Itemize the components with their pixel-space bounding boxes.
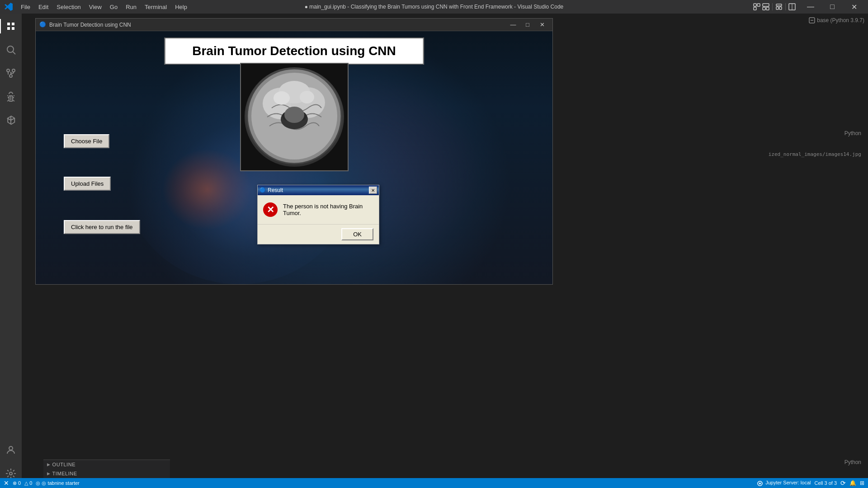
tkinter-titlebar: 🔵 Brain Tumor Detection using CNN — □ ✕ — [36, 19, 552, 31]
tabnine-icon: ◎ — [36, 480, 40, 486]
statusbar-left: ✕ ⊗ 0 △ 0 ◎ ◎ tabnine starter — [4, 479, 80, 487]
python-label-top: Python — [844, 130, 861, 136]
svg-point-18 — [9, 472, 12, 475]
base-python-indicator: base (Python 3.9.7) — [809, 17, 864, 23]
tkinter-controls: — □ ✕ — [506, 20, 549, 30]
tkinter-title-icon: 🔵 — [39, 21, 47, 28]
tkinter-window: 🔵 Brain Tumor Detection using CNN — □ ✕ — [35, 18, 553, 285]
status-errors[interactable]: ⊗ 0 — [13, 480, 21, 486]
menu-run[interactable]: Run — [122, 2, 140, 12]
outline-chevron: ▶ — [47, 462, 51, 467]
vscode-layout: 🔵 Brain Tumor Detection using CNN — □ ✕ — [0, 14, 868, 488]
timeline-chevron: ▶ — [47, 471, 51, 476]
layout-icon[interactable]: ⊞ — [860, 480, 864, 486]
svg-rect-3 — [763, 4, 769, 6]
status-tabnine[interactable]: ◎ ◎ tabnine starter — [36, 480, 79, 486]
python-label-bottom: Python — [844, 459, 861, 465]
window-title: ● main_gui.ipynb - Classifying the Brain… — [305, 4, 564, 10]
dialog-overlay: 🔵 Result ✕ ✕ The person is not having Br… — [36, 31, 552, 284]
dialog-close-button[interactable]: ✕ — [369, 187, 377, 194]
menu-go[interactable]: Go — [106, 2, 121, 12]
activity-explorer[interactable] — [0, 15, 22, 37]
svg-point-11 — [7, 46, 14, 52]
svg-point-15 — [9, 75, 12, 77]
path-label: ized_normal_images/images14.jpg — [769, 151, 861, 157]
maximize-button[interactable]: □ — [822, 0, 843, 14]
svg-rect-8 — [779, 7, 782, 9]
dialog-error-icon: ✕ — [263, 202, 278, 217]
menu-help[interactable]: Help — [171, 2, 191, 12]
status-cell-info: Cell 3 of 3 — [814, 480, 837, 486]
base-python-text: base (Python 3.9.7) — [817, 17, 864, 23]
minimize-button[interactable]: — — [800, 0, 821, 14]
activity-extensions[interactable] — [0, 109, 22, 131]
close-button[interactable]: ✕ — [844, 0, 864, 14]
svg-rect-1 — [757, 4, 760, 6]
activity-search[interactable] — [0, 39, 22, 61]
dialog-titlebar: 🔵 Result ✕ — [258, 185, 379, 195]
status-vscode-icon: ✕ — [4, 479, 9, 487]
activity-source-control[interactable] — [0, 62, 22, 84]
svg-line-12 — [13, 52, 16, 55]
timeline-panel-header[interactable]: ▶ TIMELINE — [43, 469, 170, 478]
dialog-footer: OK — [258, 224, 379, 244]
svg-rect-0 — [754, 4, 756, 6]
svg-point-14 — [12, 69, 15, 72]
app-content: Brain Tumor Detection using CNN — [36, 31, 552, 284]
tkinter-title-text: Brain Tumor Detection using CNN — [49, 22, 506, 28]
statusbar-right: Jupyter Server: local Cell 3 of 3 ⟳ 🔔 ⊞ — [757, 479, 864, 487]
dialog-message: The person is not having Brain Tumor. — [283, 203, 373, 216]
dialog-title: Result — [268, 187, 367, 193]
timeline-label: TIMELINE — [52, 471, 77, 476]
outline-panel-header[interactable]: ▶ OUTLINE — [43, 460, 170, 469]
status-jupyter[interactable]: Jupyter Server: local — [757, 480, 811, 486]
dialog-title-icon: 🔵 — [259, 187, 266, 193]
svg-rect-7 — [776, 7, 778, 9]
dialog-ok-button[interactable]: OK — [341, 228, 373, 240]
menu-terminal[interactable]: Terminal — [141, 2, 170, 12]
activity-account[interactable] — [0, 439, 22, 461]
menu-view[interactable]: View — [85, 2, 105, 12]
svg-point-17 — [9, 446, 13, 450]
menu-file[interactable]: File — [17, 2, 34, 12]
svg-rect-2 — [754, 7, 756, 10]
menu-edit[interactable]: Edit — [35, 2, 52, 12]
bell-icon[interactable]: 🔔 — [849, 480, 856, 486]
vscode-icon — [4, 2, 14, 12]
status-warnings[interactable]: △ 0 — [24, 480, 32, 486]
sidebar-panels: ▶ OUTLINE ▶ TIMELINE — [43, 460, 170, 478]
activity-bar — [0, 14, 22, 488]
title-controls: — □ ✕ — [753, 0, 864, 14]
svg-point-34 — [759, 483, 761, 484]
result-dialog: 🔵 Result ✕ ✕ The person is not having Br… — [257, 185, 379, 244]
sync-icon[interactable]: ⟳ — [840, 479, 846, 487]
svg-point-13 — [7, 69, 9, 72]
svg-rect-5 — [766, 7, 769, 10]
outline-label: OUTLINE — [52, 462, 76, 467]
status-bar: ✕ ⊗ 0 △ 0 ◎ ◎ tabnine starter Jupyter Se… — [0, 478, 868, 488]
menu-selection[interactable]: Selection — [53, 2, 84, 12]
tabnine-text: ◎ tabnine starter — [42, 480, 79, 486]
svg-rect-4 — [763, 7, 765, 10]
activity-debug[interactable] — [0, 86, 22, 108]
dialog-body: ✕ The person is not having Brain Tumor. — [258, 195, 379, 224]
vscode-titlebar: File Edit Selection View Go Run Terminal… — [0, 0, 868, 14]
tkinter-minimize[interactable]: — — [506, 20, 520, 30]
svg-rect-6 — [776, 4, 782, 6]
tkinter-maximize[interactable]: □ — [521, 20, 534, 30]
tkinter-close[interactable]: ✕ — [535, 20, 549, 30]
